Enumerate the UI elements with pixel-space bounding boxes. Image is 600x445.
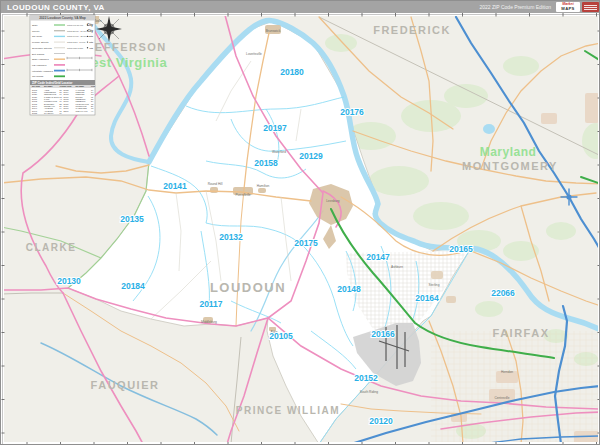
zip-label-20158: 20158 — [254, 158, 278, 168]
town-label-brunswick: Brunswick — [266, 29, 281, 33]
legend-row-label: State Highways — [32, 58, 49, 61]
county-label-fauquier: FAUQUIER — [91, 379, 160, 391]
town-label-sterling: Sterling — [429, 283, 440, 287]
town-label-middleburg: Middleburg — [201, 320, 217, 324]
zip-label-20141: 20141 — [163, 181, 187, 191]
county-label-frederick: FREDERICK — [373, 24, 451, 36]
zip-label-20166: 20166 — [371, 329, 395, 339]
zip-table-col-header: ZIP Code — [32, 85, 40, 87]
zip-label-20120: 20120 — [369, 416, 393, 426]
legend-row-label: County — [32, 30, 40, 33]
zip-label-20184: 20184 — [121, 281, 145, 291]
legend-row-label: Toll Roads — [32, 75, 44, 78]
zip-label-20176: 20176 — [340, 107, 364, 117]
legend-row-label: ZIP Code — [32, 35, 43, 38]
map-canvas: JEFFERSONFREDERICKMONTGOMERYCLARKELOUDOU… — [1, 1, 600, 445]
zip-table-cell-code: 22066 — [64, 110, 69, 112]
legend-row-label: Interstate Highways — [32, 70, 54, 73]
edition-label: 2022 ZIP Code Premium Edition — [479, 4, 551, 10]
zip-label-20152: 20152 — [354, 373, 378, 383]
town-label-centreville: Centreville — [494, 396, 509, 400]
legend-panel: 2022 Loudoun County, VA MapStateCountyZI… — [30, 15, 96, 115]
page-title: LOUDOUN COUNTY, VA — [7, 3, 105, 12]
legend-row-label: Exit Ramps — [32, 53, 45, 56]
town-label-round-hill: Round Hill — [208, 182, 223, 186]
map-window: LOUDOUN COUNTY, VA 2022 ZIP Code Premium… — [0, 0, 600, 445]
zip-table-col-header: ZIP Name — [76, 85, 85, 87]
county-label-fairfax: FAIRFAX — [493, 327, 550, 339]
legend-row-label: State — [32, 24, 38, 27]
legend-title: 2022 Loudoun County, VA Map — [39, 16, 85, 20]
zip-label-20148: 20148 — [337, 284, 361, 294]
county-label-clarke: CLARKE — [26, 242, 77, 253]
zip-table-cell-name: CHANTILLY — [44, 112, 55, 114]
town-label-south-riding: South Riding — [360, 390, 378, 394]
zip-label-20132: 20132 — [219, 232, 243, 242]
zip-table-cell-code: 20152 — [32, 112, 37, 114]
logo-contact-box — [582, 2, 599, 12]
legend-row-label: US Highways — [32, 64, 47, 67]
town-label-lovettsville: Lovettsville — [246, 52, 262, 56]
zip-table-cell-grid: F6 — [60, 112, 62, 114]
county-label-prince-william: PRINCE WILLIAM — [236, 405, 340, 416]
zip-label-20130: 20130 — [57, 276, 81, 286]
legend-city-mark: City — [87, 23, 93, 27]
marketmaps-logo: Market MAPS — [556, 2, 580, 12]
title-bar: LOUDOUN COUNTY, VA 2022 ZIP Code Premium… — [1, 1, 600, 13]
town-label-ashburn: Ashburn — [391, 265, 403, 269]
legend-city-mark: City — [88, 29, 94, 33]
legend-row-label: Secondary Streets — [32, 47, 52, 50]
legend-city-mark: City — [88, 35, 93, 38]
logo-line2: MAPS — [561, 7, 574, 11]
town-label-waterford: Waterford — [272, 150, 286, 154]
zip-table-cell-name: GREAT FALLS — [76, 110, 89, 112]
town-label-purcellville: Purcellville — [235, 193, 250, 197]
zip-label-20164: 20164 — [415, 293, 439, 303]
zip-label-22066: 22066 — [491, 288, 515, 298]
state-label-maryland: Maryland — [480, 145, 537, 159]
zip-table-col-header: ZIP Name — [44, 85, 53, 87]
town-label-leesburg: Leesburg — [326, 199, 340, 203]
town-label-hamilton: Hamilton — [257, 184, 270, 188]
zip-label-20129: 20129 — [299, 151, 323, 161]
zip-label-20180: 20180 — [280, 67, 304, 77]
zip-table-title: ZIP Code Index/Grid Locator — [32, 81, 73, 85]
town-label-herndon: Herndon — [501, 370, 513, 374]
zip-label-20105: 20105 — [269, 331, 293, 341]
zip-label-20135: 20135 — [120, 214, 144, 224]
zip-label-20147: 20147 — [366, 252, 390, 262]
county-label-loudoun: LOUDOUN — [210, 280, 286, 295]
zip-table-cell-grid: H4 — [91, 110, 93, 112]
county-label-jefferson: JEFFERSON — [87, 41, 167, 53]
little-seneca-lake — [483, 124, 495, 134]
zip-label-20165: 20165 — [449, 244, 473, 254]
legend-row-label: Primary Streets — [32, 41, 49, 44]
zip-label-20117: 20117 — [199, 299, 222, 309]
zip-table-col-header: ZIP Code — [64, 85, 72, 87]
county-label-montgomery: MONTGOMERY — [462, 160, 558, 172]
zip-label-20175: 20175 — [294, 238, 318, 248]
zip-label-20197: 20197 — [263, 123, 287, 133]
legend-city-mark: City — [90, 47, 93, 49]
